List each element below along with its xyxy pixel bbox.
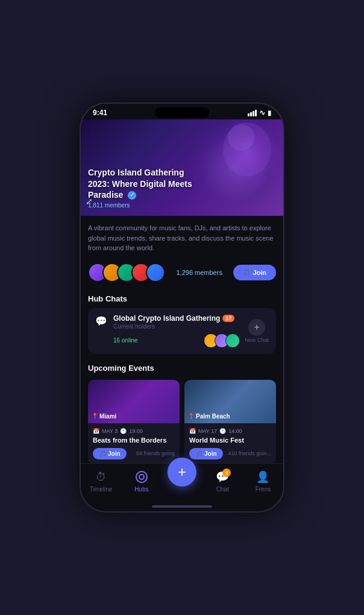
bottom-nav: ⏱ Timeline Hubs + 💬 2 Chat 👤 Frens xyxy=(81,463,283,511)
event-friends-palm-beach: 410 friends goin... xyxy=(228,450,271,456)
member-count-label: 1,296 members xyxy=(176,269,222,276)
hub-description: A vibrant community for music fans, DJs,… xyxy=(88,216,276,259)
location-pin-icon-pb: 📍 xyxy=(188,413,195,419)
nav-item-chat[interactable]: 💬 2 Chat xyxy=(202,470,243,493)
avatar-5 xyxy=(146,263,165,282)
hero-title: Crypto Island Gathering 2023: Where Digi… xyxy=(88,167,202,200)
event-date-miami: 📅 MAY 3 🕐 19:00 xyxy=(93,428,175,434)
chat-preview-row: 16 online xyxy=(113,333,240,348)
event-join-icon-miami: 🎵 xyxy=(99,450,106,457)
nav-item-timeline[interactable]: ⏱ Timeline xyxy=(81,470,121,493)
wifi-icon: ∿ xyxy=(259,109,265,117)
hero-member-count: 1,811 members xyxy=(88,202,202,209)
new-chat-button[interactable]: + New Chat xyxy=(245,319,269,343)
nav-label-timeline: Timeline xyxy=(90,486,112,493)
member-avatars xyxy=(88,263,165,282)
event-title-palm-beach: World Music Fest xyxy=(189,436,271,444)
nav-label-hubs: Hubs xyxy=(134,486,148,493)
status-time: 9:41 xyxy=(93,109,107,117)
nav-center-add: + xyxy=(162,458,202,487)
event-image-miami: 📍 Miami xyxy=(88,380,180,423)
chat-online-count: 16 online xyxy=(113,337,138,344)
event-card-miami[interactable]: 📍 Miami 📅 MAY 3 🕐 19:00 Beats from the B… xyxy=(88,380,180,464)
nav-item-frens[interactable]: 👤 Frens xyxy=(243,470,283,493)
chat-right: + New Chat xyxy=(245,319,269,343)
dynamic-island xyxy=(155,107,209,118)
timeline-icon: ⏱ xyxy=(94,470,108,484)
chat-bubble-icon: 💬 xyxy=(95,315,108,329)
expand-icon[interactable]: ⤢ xyxy=(86,197,100,211)
chat-name: Global Crypto Island Gathering xyxy=(113,314,220,323)
hubs-icon xyxy=(134,470,149,484)
event-title-miami: Beats from the Borders xyxy=(93,436,175,444)
svg-point-3 xyxy=(136,472,147,482)
hub-chats-section-header: Hub Chats xyxy=(88,289,276,308)
chat-subtitle: Current holders xyxy=(113,323,240,330)
hub-join-button[interactable]: 🎵 Join xyxy=(233,265,276,280)
event-date-palm-beach: 📅 MAY 17 🕐 14:00 xyxy=(189,428,271,434)
new-chat-label: New Chat xyxy=(245,337,269,343)
chat-nav-badge: 2 xyxy=(222,468,231,477)
status-icons: ∿ ▮ xyxy=(248,109,271,117)
fab-add-button[interactable]: + xyxy=(168,458,196,487)
event-location-miami: 📍 Miami xyxy=(92,413,116,420)
chat-preview-avatars xyxy=(204,333,240,348)
home-indicator xyxy=(152,505,212,508)
event-join-button-miami[interactable]: 🎵 Join xyxy=(93,448,127,459)
member-row: 1,296 members 🎵 Join xyxy=(88,259,276,289)
chat-card[interactable]: 💬 Global Crypto Island Gathering 17 Curr… xyxy=(88,308,276,354)
chat-icon: 💬 2 xyxy=(215,470,230,484)
new-chat-plus-icon: + xyxy=(248,319,265,336)
battery-icon: ▮ xyxy=(268,109,271,117)
hero-banner: Crypto Island Gathering 2023: Where Digi… xyxy=(81,119,283,216)
nav-label-frens: Frens xyxy=(256,486,271,493)
event-location-palm-beach: 📍 Palm Beach xyxy=(188,413,230,420)
signal-bars-icon xyxy=(248,110,257,116)
frens-icon: 👤 xyxy=(256,470,270,484)
event-friends-miami: 58 friends going xyxy=(136,450,175,456)
phone-shell: 9:41 ∿ ▮ xyxy=(80,102,284,512)
chat-left: 💬 Global Crypto Island Gathering 17 Curr… xyxy=(95,314,240,348)
events-grid: 📍 Miami 📅 MAY 3 🕐 19:00 Beats from the B… xyxy=(88,380,276,464)
join-icon: 🎵 xyxy=(243,269,250,276)
svg-point-2 xyxy=(228,124,254,151)
chat-name-row: Global Crypto Island Gathering 17 xyxy=(113,314,240,323)
preview-avatar-3 xyxy=(225,333,240,348)
nav-label-chat: Chat xyxy=(216,486,229,493)
chat-unread-badge: 17 xyxy=(222,315,234,322)
chat-info: Global Crypto Island Gathering 17 Curren… xyxy=(113,314,240,348)
verified-badge xyxy=(128,191,136,200)
location-pin-icon: 📍 xyxy=(92,413,98,419)
hero-content: Crypto Island Gathering 2023: Where Digi… xyxy=(81,160,210,216)
event-join-icon-pb: 🎵 xyxy=(195,450,202,457)
event-card-palm-beach[interactable]: 📍 Palm Beach 📅 MAY 17 🕐 14:00 World Musi… xyxy=(184,380,276,464)
screen-content[interactable]: Crypto Island Gathering 2023: Where Digi… xyxy=(81,119,283,498)
nav-item-hubs[interactable]: Hubs xyxy=(121,470,162,493)
event-image-palm-beach: 📍 Palm Beach xyxy=(184,380,276,423)
hub-body: A vibrant community for music fans, DJs,… xyxy=(81,216,283,464)
svg-point-4 xyxy=(139,475,144,479)
upcoming-events-section-header: Upcoming Events xyxy=(88,359,276,377)
